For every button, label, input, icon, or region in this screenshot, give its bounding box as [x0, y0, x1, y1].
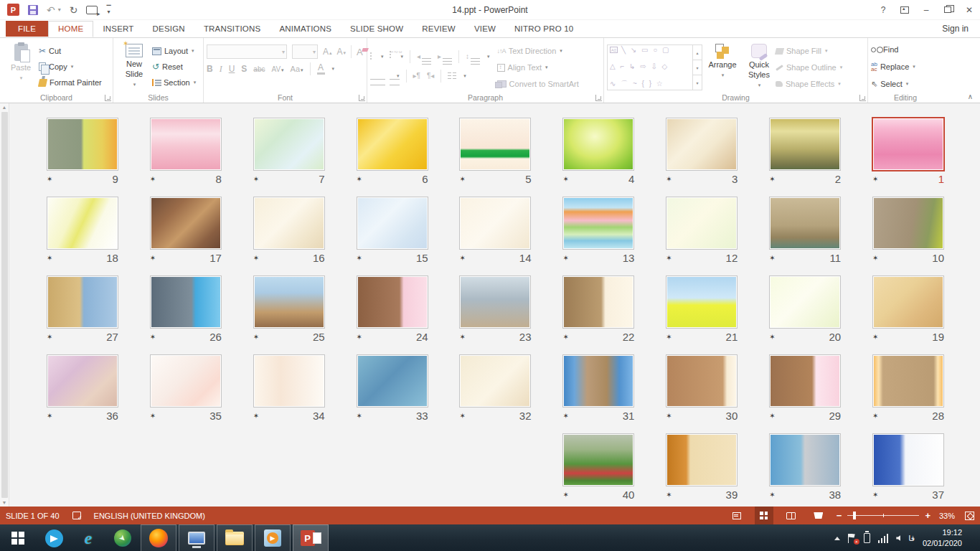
slide-26-thumbnail[interactable] — [150, 276, 222, 329]
character-spacing-button[interactable]: AV▾ — [271, 65, 283, 73]
taskbar-telegram-button[interactable] — [39, 524, 69, 551]
tab-home[interactable]: HOME — [48, 21, 93, 37]
clear-formatting-button[interactable]: A — [357, 47, 363, 57]
ribbon-display-options-button[interactable] — [894, 1, 915, 19]
slide-counter[interactable]: SLIDE 1 OF 40 — [6, 512, 60, 520]
start-button[interactable] — [0, 524, 36, 551]
reading-view-button[interactable] — [782, 507, 801, 524]
tab-animations[interactable]: ANIMATIONS — [270, 22, 341, 37]
zoom-slider[interactable] — [847, 515, 919, 516]
tab-view[interactable]: VIEW — [465, 22, 505, 37]
tab-insert[interactable]: INSERT — [93, 22, 143, 37]
slide-13-thumbnail[interactable] — [562, 197, 634, 250]
section-button[interactable]: Section▾ — [152, 76, 196, 89]
slide-40-thumbnail[interactable] — [562, 433, 634, 486]
taskbar-clock[interactable]: 19:1202/01/2020 — [923, 527, 965, 549]
shape-effects-button[interactable]: Shape Effects▾ — [776, 77, 842, 90]
scroll-up-arrow[interactable]: ▲ — [2, 105, 7, 110]
minimize-button[interactable]: – — [915, 1, 937, 19]
quick-styles-button[interactable]: Quick Styles▾ — [743, 40, 776, 88]
taskbar-download-manager-button[interactable] — [108, 524, 138, 551]
slide-31-thumbnail[interactable] — [562, 354, 634, 408]
slide-7-thumbnail[interactable] — [253, 118, 325, 171]
slide-39-thumbnail[interactable] — [666, 433, 738, 486]
slide-11-thumbnail[interactable] — [769, 197, 841, 250]
slide-10-thumbnail[interactable] — [872, 197, 944, 250]
slide-38-thumbnail[interactable] — [769, 433, 841, 486]
network-signal-icon[interactable] — [878, 534, 889, 543]
text-box-shape-icon[interactable]: A≡ — [610, 47, 618, 53]
slide-29-thumbnail[interactable] — [769, 354, 841, 408]
slide-19-thumbnail[interactable] — [872, 276, 944, 329]
spell-check-icon[interactable] — [72, 512, 81, 519]
help-button[interactable]: ? — [872, 1, 894, 19]
right-to-left-button[interactable]: ¶◂ — [427, 72, 434, 80]
slide-2-thumbnail[interactable] — [769, 118, 841, 171]
slide-show-button[interactable] — [809, 507, 828, 524]
slide-18-thumbnail[interactable] — [47, 197, 118, 250]
increase-indent-button[interactable]: ▸ — [438, 53, 452, 60]
slide-34-thumbnail[interactable] — [253, 354, 325, 408]
slide-35-thumbnail[interactable] — [150, 354, 222, 408]
slide-36-thumbnail[interactable] — [47, 354, 118, 408]
slide-28-thumbnail[interactable] — [872, 354, 944, 408]
find-button[interactable]: Find — [871, 43, 915, 56]
copy-button[interactable]: Copy▾ — [39, 60, 102, 73]
save-icon[interactable] — [28, 5, 38, 15]
scroll-down-arrow[interactable]: ▼ — [2, 500, 7, 505]
tab-design[interactable]: DESIGN — [143, 22, 194, 37]
new-slide-button[interactable]: New Slide▾ — [116, 40, 152, 88]
drawing-dialog-launcher[interactable] — [859, 95, 866, 101]
align-text-button[interactable]: Align Text▾ — [497, 61, 579, 74]
line-spacing-button[interactable]: ↕ — [466, 53, 480, 60]
shape-row-3[interactable]: ∿ ⌒ ~ { } ☆ — [610, 79, 690, 89]
arrange-button[interactable]: Arrange▾ — [702, 40, 743, 79]
reset-button[interactable]: ↺Reset — [152, 60, 196, 73]
underline-button[interactable]: U — [229, 64, 235, 74]
change-case-button[interactable]: Aa▾ — [291, 65, 303, 73]
text-shadow-button[interactable]: S — [241, 64, 247, 74]
shape-outline-button[interactable]: Shape Outline▾ — [776, 61, 842, 74]
shape-gallery[interactable]: A≡╲ ↘ ▭ ○ ▢ △ ⌐ ↳ ⇨ ⇩ ◇ ∿ ⌒ ~ { } ☆ ▴ ▾ … — [607, 44, 702, 90]
clipboard-dialog-launcher[interactable] — [105, 95, 111, 101]
shapes-scroll-up[interactable]: ▴ — [693, 45, 702, 60]
slide-23-thumbnail[interactable] — [459, 276, 531, 329]
slide-20-thumbnail[interactable] — [769, 276, 841, 329]
slide-21-thumbnail[interactable] — [666, 276, 738, 329]
taskbar-firefox-button[interactable] — [141, 524, 176, 551]
format-painter-button[interactable]: Format Painter — [39, 76, 102, 89]
slide-8-thumbnail[interactable] — [150, 118, 222, 171]
slide-5-thumbnail[interactable] — [459, 118, 531, 171]
redo-icon[interactable]: ↻ — [70, 5, 78, 15]
text-direction-button[interactable]: ↓↑AText Direction▾ — [497, 44, 579, 57]
grow-font-button[interactable]: A▴ — [323, 47, 332, 57]
shape-row-2[interactable]: △ ⌐ ↳ ⇨ ⇩ ◇ — [610, 62, 690, 70]
slide-37-thumbnail[interactable] — [872, 433, 944, 486]
normal-view-button[interactable] — [727, 507, 746, 524]
undo-dropdown-caret[interactable]: ▾ — [58, 6, 61, 13]
scrollbar-thumb[interactable] — [1, 112, 8, 498]
italic-button[interactable]: I — [220, 64, 222, 75]
paragraph-dialog-launcher[interactable] — [595, 95, 602, 101]
slide-15-thumbnail[interactable] — [357, 197, 428, 250]
font-size-combo[interactable]: ▾ — [292, 44, 318, 59]
slide-27-thumbnail[interactable] — [47, 276, 118, 329]
battery-icon[interactable] — [864, 533, 870, 543]
font-name-combo[interactable]: ▾ — [207, 44, 287, 59]
slide-24-thumbnail[interactable] — [357, 276, 428, 329]
replace-button[interactable]: abacReplace▾ — [871, 60, 915, 73]
columns-button[interactable] — [448, 72, 456, 80]
tab-transitions[interactable]: TRANSITIONS — [194, 22, 270, 37]
convert-to-smartart-button[interactable]: Convert to SmartArt — [497, 77, 579, 90]
slide-16-thumbnail[interactable] — [253, 197, 325, 250]
slide-4-thumbnail[interactable] — [562, 118, 634, 171]
shrink-font-button[interactable]: A▾ — [337, 47, 347, 57]
zoom-in-button[interactable]: + — [925, 510, 930, 521]
tab-file[interactable]: FILE — [6, 21, 48, 37]
fit-slide-to-window-button[interactable] — [965, 512, 974, 520]
input-language-indicator[interactable]: فا — [908, 534, 915, 543]
shape-fill-button[interactable]: Shape Fill▾ — [776, 44, 842, 57]
shapes-gallery-more[interactable]: ▾ — [693, 75, 702, 90]
font-dialog-launcher[interactable] — [359, 95, 365, 101]
slide-22-thumbnail[interactable] — [562, 276, 634, 329]
